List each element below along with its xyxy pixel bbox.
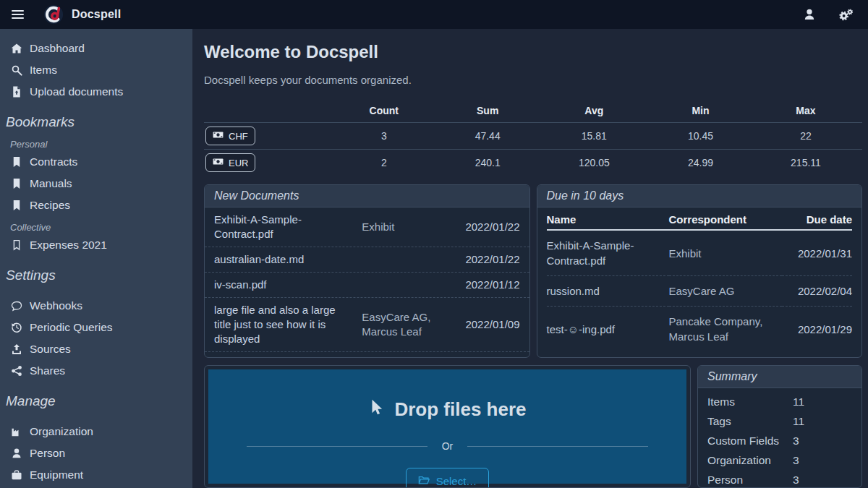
due-header-row: NameCorrespondentDue date bbox=[547, 207, 853, 230]
bookmark-icon bbox=[10, 156, 23, 168]
file-dropzone[interactable]: Drop files here Or Select… bbox=[208, 369, 686, 484]
stats-col-min: Min bbox=[652, 100, 749, 123]
stats-table: CountSumAvgMinMax CHF347.4415.8110.4522E… bbox=[204, 100, 862, 176]
select-files-button[interactable]: Select… bbox=[406, 468, 490, 488]
stats-value-max: 215.11 bbox=[749, 150, 862, 176]
stats-value-sum: 47.44 bbox=[439, 123, 537, 150]
stats-row-eur: EUR2240.1120.0524.99215.11 bbox=[204, 150, 862, 176]
stats-value-min: 24.99 bbox=[652, 150, 749, 176]
sidebar-item-contracts[interactable]: Contracts bbox=[0, 151, 192, 173]
summary-value: 3 bbox=[793, 453, 852, 468]
sidebar-item-upload-documents[interactable]: Upload documents bbox=[0, 81, 192, 103]
due-correspondent: Exhibit bbox=[669, 230, 782, 276]
sidebar-section-manage: Manage bbox=[0, 382, 192, 412]
new-document-row[interactable]: australian-date.md2022/01/22 bbox=[205, 247, 529, 272]
summary-row-organization: Organization3 bbox=[698, 450, 861, 470]
new-document-row[interactable]: large file and also a large title just t… bbox=[205, 297, 529, 351]
new-document-row[interactable]: test-☺-ing.pdfPancake Company, Marcus Le… bbox=[205, 351, 529, 358]
summary-title: Summary bbox=[698, 366, 861, 388]
sidebar-item-label: Organization bbox=[30, 425, 93, 438]
sidebar-item-label: Upload documents bbox=[30, 85, 123, 98]
document-name[interactable]: iv-scan.pdf bbox=[214, 278, 354, 292]
main-content: Welcome to Docspell Docspell keeps your … bbox=[192, 29, 868, 488]
sidebar-item-items[interactable]: Items bbox=[0, 59, 192, 81]
mouse-pointer-icon bbox=[368, 398, 384, 421]
due-row[interactable]: Exhibit-A-Sample-Contract.pdfExhibit2022… bbox=[547, 230, 853, 276]
summary-label: Items bbox=[707, 394, 793, 409]
sidebar-item-periodic-queries[interactable]: Periodic Queries bbox=[0, 317, 192, 338]
bookmark-icon bbox=[10, 200, 23, 211]
currency-badge-chf[interactable]: CHF bbox=[205, 127, 255, 145]
sidebar-item-organization[interactable]: Organization bbox=[0, 421, 192, 442]
home-icon bbox=[10, 43, 23, 54]
currency-badge-eur[interactable]: EUR bbox=[205, 153, 255, 172]
sidebar-item-label: Equipment bbox=[30, 468, 83, 481]
equipment-icon bbox=[10, 469, 23, 481]
summary-label: Organization bbox=[707, 453, 793, 468]
sidebar-item-equipment[interactable]: Equipment bbox=[0, 464, 192, 486]
due-col-correspondent: Correspondent bbox=[669, 207, 782, 230]
search-icon bbox=[10, 64, 23, 76]
sidebar-item-label: Person bbox=[30, 447, 65, 460]
sidebar-item-dasbhoard[interactable]: Dasbhoard bbox=[0, 38, 192, 59]
document-correspondent: Exhibit bbox=[362, 220, 453, 234]
new-document-row[interactable]: iv-scan.pdf2022/01/12 bbox=[205, 272, 529, 297]
money-bill-icon bbox=[213, 156, 224, 169]
due-name[interactable]: Exhibit-A-Sample-Contract.pdf bbox=[547, 230, 669, 276]
currency-label: CHF bbox=[229, 131, 248, 142]
document-date: 2022/01/09 bbox=[461, 317, 520, 332]
document-name[interactable]: australian-date.md bbox=[214, 252, 354, 267]
sidebar-item-expenses-2021[interactable]: Expenses 2021 bbox=[0, 234, 192, 256]
cogs-icon[interactable] bbox=[838, 8, 854, 22]
document-name[interactable]: Exhibit-A-Sample-Contract.pdf bbox=[214, 213, 354, 241]
summary-label: Person bbox=[707, 472, 793, 487]
stats-col-sum: Sum bbox=[439, 100, 537, 123]
summary-value: 11 bbox=[793, 414, 852, 429]
due-date: 2022/01/31 bbox=[782, 230, 852, 276]
summary-row-items: Items11 bbox=[698, 392, 861, 411]
stats-value-count: 2 bbox=[329, 150, 439, 176]
industry-icon bbox=[10, 426, 23, 437]
page-subtitle: Docspell keeps your documents organized. bbox=[204, 74, 862, 86]
due-name[interactable]: russion.md bbox=[547, 276, 669, 307]
summary-row-custom-fields: Custom Fields3 bbox=[698, 431, 861, 450]
document-date: 2022/01/22 bbox=[461, 220, 520, 234]
person-icon bbox=[10, 448, 23, 459]
stats-row-chf: CHF347.4415.8110.4522 bbox=[204, 123, 862, 150]
stats-header-row: CountSumAvgMinMax bbox=[204, 100, 862, 123]
due-row[interactable]: test-☺-ing.pdfPancake Company, Marcus Le… bbox=[547, 307, 853, 352]
user-icon[interactable] bbox=[803, 8, 816, 21]
currency-label: EUR bbox=[229, 158, 248, 168]
sidebar-section-settings: Settings bbox=[0, 256, 192, 286]
document-name[interactable]: large file and also a large title just t… bbox=[214, 303, 354, 346]
due-name[interactable]: test-☺-ing.pdf bbox=[547, 307, 669, 352]
sidebar-item-manuals[interactable]: Manuals bbox=[0, 173, 192, 194]
bookmark-outline-icon bbox=[10, 239, 23, 251]
due-col-name: Name bbox=[547, 207, 669, 230]
document-date: 2022/01/12 bbox=[461, 278, 520, 292]
folder-open-icon bbox=[418, 474, 430, 488]
sidebar-item-sources[interactable]: Sources bbox=[0, 338, 192, 360]
stats-col-count: Count bbox=[329, 100, 439, 123]
due-correspondent: EasyCare AG bbox=[669, 276, 782, 307]
sidebar-item-label: Dasbhoard bbox=[30, 42, 85, 55]
stats-col-max: Max bbox=[749, 100, 862, 123]
new-documents-title: New Documents bbox=[205, 185, 529, 207]
menu-toggle-button[interactable] bbox=[0, 0, 35, 29]
stats-value-max: 22 bbox=[749, 123, 862, 150]
sidebar: DasbhoardItemsUpload documentsBookmarksP… bbox=[0, 29, 192, 488]
sidebar-item-label: Periodic Queries bbox=[30, 321, 113, 334]
stats-value-count: 3 bbox=[329, 123, 439, 150]
topbar: Docspell bbox=[0, 0, 868, 29]
sidebar-item-recipes[interactable]: Recipes bbox=[0, 194, 192, 216]
summary-panel: Summary Items11Tags11Custom Fields3Organ… bbox=[697, 365, 862, 488]
drop-files-label: Drop files here bbox=[368, 398, 526, 421]
due-title: Due in 10 days bbox=[537, 185, 862, 207]
sidebar-item-shares[interactable]: Shares bbox=[0, 360, 192, 382]
due-row[interactable]: russion.mdEasyCare AG2022/02/04 bbox=[547, 276, 853, 307]
history-icon bbox=[10, 322, 23, 333]
new-document-row[interactable]: Exhibit-A-Sample-Contract.pdfExhibit2022… bbox=[205, 207, 529, 247]
sidebar-item-webhooks[interactable]: Webhooks bbox=[0, 295, 192, 317]
sidebar-item-person[interactable]: Person bbox=[0, 442, 192, 464]
due-col-due-date: Due date bbox=[782, 207, 852, 230]
